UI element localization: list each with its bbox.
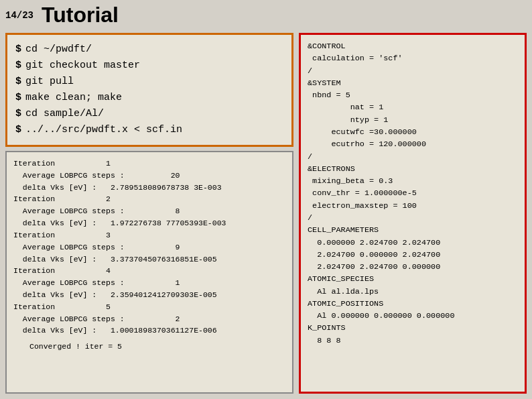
slide-title: Tutorial bbox=[42, 3, 119, 27]
output-line: Average LOBPCG steps : 2 bbox=[13, 313, 285, 325]
command-line: $git pull bbox=[15, 74, 283, 90]
header: 14/23 Tutorial bbox=[0, 0, 532, 30]
command-line: $make clean; make bbox=[15, 90, 283, 106]
output-line: Iteration 1 bbox=[13, 158, 285, 170]
converged-line: Converged ! iter = 5 bbox=[13, 341, 285, 353]
output-line: Iteration 5 bbox=[13, 301, 285, 313]
config-line: 2.024700 0.000000 2.024700 bbox=[308, 249, 518, 261]
config-panel: &CONTROL calculation = 'scf'/&SYSTEM nbn… bbox=[299, 33, 527, 394]
prompt-symbol: $ bbox=[15, 74, 21, 90]
left-panel: $cd ~/pwdft/$git checkout master$git pul… bbox=[5, 33, 293, 394]
config-line: ATOMIC_POSITIONS bbox=[308, 298, 518, 310]
config-line: / bbox=[308, 151, 518, 163]
config-line: / bbox=[308, 212, 518, 224]
output-line: Average LOBPCG steps : 1 bbox=[13, 277, 285, 289]
output-line: delta Vks [eV] : 1.972276738 77705393E-0… bbox=[13, 217, 285, 229]
config-line: mixing_beta = 0.3 bbox=[308, 175, 518, 187]
config-line: nbnd = 5 bbox=[308, 89, 518, 101]
config-line: 2.024700 2.024700 0.000000 bbox=[308, 261, 518, 273]
output-line: Average LOBPCG steps : 20 bbox=[13, 170, 285, 182]
slide-counter: 14/23 bbox=[5, 10, 34, 21]
command-text: cd ~/pwdft/ bbox=[25, 42, 92, 58]
output-box: Iteration 1 Average LOBPCG steps : 20 de… bbox=[5, 151, 293, 394]
command-text: git pull bbox=[25, 74, 74, 90]
command-text: cd sample/Al/ bbox=[25, 106, 104, 122]
prompt-symbol: $ bbox=[15, 90, 21, 106]
output-line: Average LOBPCG steps : 9 bbox=[13, 241, 285, 253]
config-line: ecutwfc =30.000000 bbox=[308, 126, 518, 138]
command-line: $cd sample/Al/ bbox=[15, 106, 283, 122]
config-line: electron_maxstep = 100 bbox=[308, 200, 518, 212]
command-line: $../../src/pwdft.x < scf.in bbox=[15, 122, 283, 138]
prompt-symbol: $ bbox=[15, 106, 21, 122]
config-line: &SYSTEM bbox=[308, 77, 518, 89]
output-line: Iteration 2 bbox=[13, 193, 285, 205]
config-line: 8 8 8 bbox=[308, 335, 518, 347]
command-text: git checkout master bbox=[25, 58, 140, 74]
config-line: / bbox=[308, 65, 518, 77]
output-line: delta Vks [eV] : 1.0001898370361127E-006 bbox=[13, 325, 285, 337]
content-area: $cd ~/pwdft/$git checkout master$git pul… bbox=[0, 30, 532, 399]
command-line: $git checkout master bbox=[15, 58, 283, 74]
command-text: ../../src/pwdft.x < scf.in bbox=[25, 122, 182, 138]
config-line: conv_thr = 1.000000e-5 bbox=[308, 187, 518, 199]
config-line: ntyp = 1 bbox=[308, 114, 518, 126]
config-line: K_POINTS bbox=[308, 322, 518, 334]
output-line: delta Vks [eV] : 3.3737045076316851E-005 bbox=[13, 253, 285, 266]
output-line: Iteration 4 bbox=[13, 265, 285, 277]
command-line: $cd ~/pwdft/ bbox=[15, 42, 283, 58]
output-line: Average LOBPCG steps : 8 bbox=[13, 205, 285, 217]
config-line: 0.000000 2.024700 2.024700 bbox=[308, 237, 518, 249]
config-line: ATOMIC_SPECIES bbox=[308, 273, 518, 285]
config-line: &CONTROL bbox=[308, 40, 518, 52]
prompt-symbol: $ bbox=[15, 122, 21, 138]
config-line: Al al.lda.lps bbox=[308, 286, 518, 298]
prompt-symbol: $ bbox=[15, 58, 21, 74]
prompt-symbol: $ bbox=[15, 42, 21, 58]
command-text: make clean; make bbox=[25, 90, 122, 106]
config-line: calculation = 'scf' bbox=[308, 52, 518, 64]
output-line: Iteration 3 bbox=[13, 229, 285, 241]
config-line: CELL_PARAMETERS bbox=[308, 224, 518, 236]
config-line: ecutrho = 120.000000 bbox=[308, 138, 518, 150]
config-line: &ELECTRONS bbox=[308, 163, 518, 175]
command-box: $cd ~/pwdft/$git checkout master$git pul… bbox=[5, 33, 293, 147]
config-line: Al 0.000000 0.000000 0.000000 bbox=[308, 310, 518, 322]
config-line: nat = 1 bbox=[308, 101, 518, 113]
output-line: delta Vks [eV] : 2.789518089678738 3E-00… bbox=[13, 182, 285, 194]
output-line: delta Vks [eV] : 2.3594012412709303E-005 bbox=[13, 289, 285, 301]
